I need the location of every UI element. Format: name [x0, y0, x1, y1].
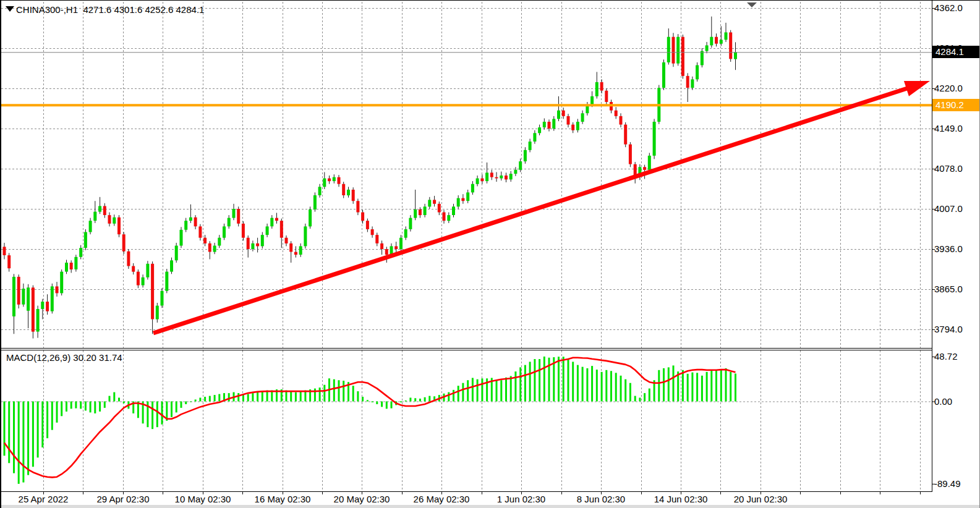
macd-histogram-bar	[682, 370, 684, 402]
macd-histogram-bar	[558, 357, 560, 401]
macd-histogram-bar	[524, 365, 526, 402]
panel-frame	[1, 1, 932, 492]
candle-body	[672, 37, 675, 64]
candle-body	[576, 122, 579, 130]
macd-histogram-bar	[462, 383, 464, 402]
macd-histogram-bar	[386, 402, 388, 409]
candle-body	[419, 210, 422, 215]
macd-histogram-bar	[228, 393, 230, 401]
candle-body	[605, 91, 608, 102]
candle-body	[514, 170, 517, 174]
macd-histogram-bar	[496, 380, 498, 402]
candle-body	[662, 62, 665, 88]
candle-body	[261, 235, 264, 246]
candle-body	[7, 255, 11, 268]
macd-histogram-bar	[295, 392, 297, 402]
macd-histogram-bar	[586, 368, 588, 402]
candle-body	[170, 260, 173, 271]
macd-histogram-bar	[644, 393, 646, 401]
chart-canvas[interactable]	[1, 1, 980, 508]
candle-body	[352, 190, 355, 201]
candle-body	[151, 264, 154, 320]
candle-body	[600, 82, 603, 91]
candle-body	[620, 116, 623, 125]
candle-body	[729, 32, 732, 59]
collapse-indicator-icon[interactable]	[6, 6, 14, 12]
macd-histogram-bar	[319, 387, 321, 401]
candle-body	[338, 177, 341, 184]
macd-histogram-bar	[352, 386, 354, 401]
candle-body	[725, 32, 728, 40]
time-axis-label: 10 May 02:30	[175, 494, 231, 505]
candle-body	[89, 221, 92, 232]
candle-body	[629, 145, 632, 164]
macd-histogram-bar	[27, 402, 29, 475]
candle-body	[41, 302, 44, 309]
gridlines	[1, 2, 932, 491]
candle-body	[251, 243, 254, 249]
macd-axis-label: 48.72	[934, 351, 958, 362]
time-axis-label: 14 Jun 02:30	[654, 494, 708, 505]
price-axis-label: 4078.0	[934, 163, 963, 174]
current-price-badge: 4284.1	[932, 46, 979, 58]
candle-body	[36, 309, 40, 332]
candle-body	[438, 204, 441, 213]
macd-histogram-bar	[362, 397, 364, 402]
macd-histogram-bar	[4, 402, 6, 456]
candle-body	[132, 266, 135, 272]
macd-histogram-bar	[673, 365, 675, 401]
macd-histogram-bar	[381, 402, 383, 407]
macd-histogram-bar	[104, 402, 106, 408]
macd-histogram-bar	[94, 402, 96, 413]
macd-histogram-bar	[290, 391, 292, 401]
trend-arrow-line	[153, 88, 910, 333]
macd-signal-line	[4, 358, 736, 478]
macd-histogram-bar	[467, 380, 469, 401]
macd-histogram-bar	[601, 372, 603, 402]
macd-histogram-bar	[639, 398, 641, 402]
candle-body	[509, 174, 513, 179]
candle-body	[500, 176, 503, 179]
candle-body	[304, 226, 307, 246]
macd-histogram-bar	[22, 402, 24, 483]
macd-histogram-bar	[706, 372, 708, 402]
time-axis-label: 20 Jun 02:30	[734, 494, 788, 505]
candle-body	[476, 179, 479, 184]
macd-histogram-bar	[453, 390, 454, 402]
macd-histogram-bar	[218, 394, 220, 402]
candle-body	[32, 287, 35, 331]
candle-body	[242, 224, 245, 238]
candle-body	[318, 187, 322, 195]
candle-body	[676, 37, 680, 64]
price-axis-label: 3865.0	[934, 284, 963, 295]
candle-body	[137, 272, 140, 286]
candle-body	[84, 232, 87, 248]
candle-body	[218, 238, 221, 246]
macd-histogram-bar	[428, 396, 430, 402]
macd-histogram-bar	[338, 380, 340, 401]
candle-body	[490, 172, 493, 177]
macd-histogram-bar	[99, 402, 101, 412]
candle-body	[533, 133, 536, 142]
candle-body	[194, 218, 197, 227]
candle-body	[404, 229, 407, 238]
macd-histogram-bar	[181, 402, 182, 408]
macd-histogram-bar	[300, 391, 302, 401]
macd-histogram-bar	[568, 358, 569, 401]
macd-histogram-bar	[687, 374, 689, 402]
macd-histogram-bar	[615, 373, 617, 401]
trend-level-badge: 4190.2	[932, 99, 979, 111]
candle-body	[495, 177, 498, 179]
candle-body	[103, 206, 106, 215]
candle-body	[409, 218, 412, 229]
candle-body	[56, 286, 59, 293]
macd-histogram-bar	[477, 379, 479, 402]
candle-body	[466, 192, 469, 201]
macd-histogram-bar	[591, 366, 593, 401]
candle-body	[184, 221, 187, 230]
macd-axis-label: 0.00	[934, 396, 952, 407]
macd-histogram-bar	[458, 386, 459, 401]
candle-body	[51, 286, 54, 311]
candle-body	[480, 179, 484, 182]
candle-body	[70, 263, 73, 269]
